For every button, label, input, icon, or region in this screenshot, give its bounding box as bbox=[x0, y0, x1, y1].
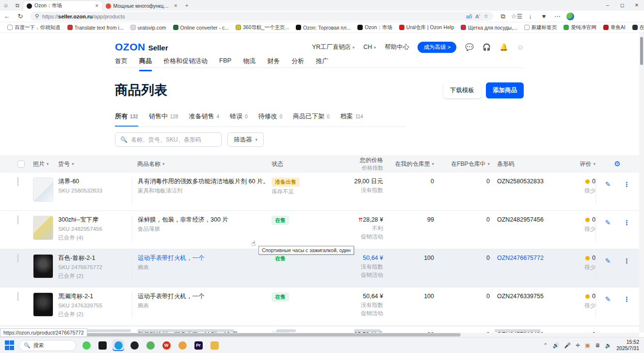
nav-item-推广[interactable]: 推广 bbox=[316, 57, 328, 71]
col-fbp-warehouse[interactable]: 在FBP仓库中▾ bbox=[434, 160, 490, 168]
nav-item-分析[interactable]: 分析 bbox=[291, 57, 304, 71]
taskbar-app-premiere[interactable]: Pr bbox=[193, 339, 204, 351]
bookmark-item[interactable]: Ural仓库 | Ozon Help bbox=[396, 24, 457, 31]
taskbar-clock[interactable]: 15:52 2025/7/31 bbox=[616, 339, 639, 352]
help-center-link[interactable]: 帮助中心 bbox=[385, 43, 409, 51]
browser-tab[interactable]: Ozon：市场✕ bbox=[23, 1, 102, 11]
table-settings-gear-icon[interactable]: ⚙ bbox=[596, 160, 639, 168]
add-product-button[interactable]: 添加商品 bbox=[486, 82, 524, 98]
table-row[interactable]: 清界-60SKU 2580532833 具有消毒作用的强效多功能清洁地板片剂 6… bbox=[0, 173, 639, 211]
tray-chevron-icon[interactable]: ⌃ bbox=[543, 342, 547, 349]
tab-close-icon[interactable]: ✕ bbox=[95, 3, 99, 8]
edit-icon[interactable]: ✎ bbox=[605, 180, 611, 204]
taskbar-app-app-dark[interactable] bbox=[129, 339, 140, 351]
back-icon[interactable]: ← bbox=[0, 13, 14, 20]
row-menu-icon[interactable]: ⋮ bbox=[623, 219, 630, 242]
filter-tab[interactable]: 商品已下架0 bbox=[293, 112, 330, 127]
account-icon[interactable]: ☺ bbox=[517, 43, 524, 51]
edit-icon[interactable]: ✎ bbox=[605, 295, 611, 319]
download-template-button[interactable]: 下载模板 bbox=[443, 82, 481, 98]
filter-tab[interactable]: 待修改0 bbox=[258, 112, 283, 127]
bell-icon[interactable]: 🔔 bbox=[499, 43, 508, 51]
product-thumbnail[interactable] bbox=[33, 216, 53, 240]
favorite-star-icon[interactable]: ☆ bbox=[483, 13, 488, 19]
store-selector[interactable]: YR工厂直销店 ▾ bbox=[312, 43, 354, 51]
start-button[interactable] bbox=[5, 340, 15, 350]
address-bar[interactable]: ⚲ https://seller.ozon.ru/app/products aб… bbox=[30, 12, 493, 21]
product-thumbnail[interactable] bbox=[33, 254, 53, 278]
filter-tab[interactable]: 准备销售4 bbox=[189, 112, 219, 127]
product-name-cell[interactable]: 运动手表带打火机，一个腕表 bbox=[132, 254, 272, 280]
edit-icon[interactable]: ✎ bbox=[605, 219, 611, 242]
nav-item-价格和促销活动[interactable]: 价格和促销活动 bbox=[163, 57, 208, 71]
browser-avatar[interactable] bbox=[566, 13, 574, 20]
filter-tab[interactable]: 错误0 bbox=[230, 112, 248, 127]
col-my-warehouse[interactable]: 在我的仓库里▾ bbox=[383, 160, 434, 168]
filter-tab[interactable]: 所有132 bbox=[115, 112, 138, 127]
bookmark-item[interactable]: 百度一下，你就知道 bbox=[4, 24, 64, 31]
bookmark-item[interactable]: Online converter - c... bbox=[170, 25, 232, 31]
tab-close-icon[interactable]: ✕ bbox=[174, 3, 178, 8]
new-tab-button[interactable]: + bbox=[181, 2, 193, 8]
search-input[interactable]: 🔍 名称、货号、SKU、条形码 bbox=[115, 132, 222, 147]
read-aloud-icon[interactable]: Aʻ bbox=[475, 14, 480, 19]
split-screen-icon[interactable]: ⧉ bbox=[497, 13, 509, 20]
input-method-icon[interactable]: ✛ bbox=[576, 342, 580, 349]
browser-tab[interactable]: Мощные многофункциональнь✕ bbox=[102, 1, 181, 11]
nav-item-物流[interactable]: 物流 bbox=[243, 57, 256, 71]
close-button[interactable]: ✕ bbox=[629, 0, 644, 11]
product-name-cell[interactable]: 具有消毒作用的强效多功能清洁地板片剂 60 片。家具和地板清洁剂 bbox=[132, 177, 272, 204]
filter-tab[interactable]: 档案114 bbox=[340, 112, 363, 127]
nav-item-财务[interactable]: 财务 bbox=[267, 57, 280, 71]
product-thumbnail[interactable] bbox=[33, 292, 53, 317]
taskbar-app-wechat[interactable] bbox=[80, 339, 92, 351]
volume-icon[interactable]: 🔊 bbox=[552, 342, 559, 349]
sogou-icon[interactable]: ▣ bbox=[585, 342, 590, 349]
col-photo[interactable]: 照片▾ bbox=[33, 160, 58, 168]
row-checkbox[interactable] bbox=[17, 254, 18, 263]
bookmark-item[interactable]: uralsvip.com bbox=[127, 25, 170, 31]
microphone-icon[interactable]: 🎤 bbox=[564, 342, 571, 349]
nav-item-FBP[interactable]: FBP bbox=[219, 57, 231, 71]
ozon-logo[interactable]: OZONSeller bbox=[115, 41, 168, 53]
row-checkbox[interactable] bbox=[17, 177, 18, 186]
bookmark-item[interactable]: 在线转换器 - 免费... bbox=[629, 24, 644, 31]
vertical-scrollbar[interactable] bbox=[639, 33, 644, 333]
row-menu-icon[interactable]: ⋮ bbox=[623, 257, 630, 280]
profile-icon[interactable]: ☺ bbox=[0, 2, 12, 8]
taskbar-app-browser360[interactable] bbox=[177, 339, 188, 351]
row-menu-icon[interactable]: ⋮ bbox=[623, 295, 630, 319]
table-row[interactable]: 300zhi--宝下摩SKU 2482957456已合并 (4) 保鲜膜，包装，… bbox=[0, 211, 639, 249]
col-article[interactable]: 货号▾ bbox=[58, 160, 132, 168]
filter-tab[interactable]: 销售中128 bbox=[149, 112, 178, 127]
premium-button[interactable]: 成为高级 > bbox=[418, 42, 456, 53]
nav-item-首页[interactable]: 首页 bbox=[115, 57, 128, 71]
refresh-icon[interactable]: ↻ bbox=[14, 13, 27, 20]
display-icon[interactable]: 🖥 bbox=[595, 342, 600, 348]
minimize-button[interactable]: – bbox=[600, 0, 615, 11]
col-rating[interactable]: 评价▾ bbox=[548, 160, 596, 168]
taskbar-search[interactable]: 🔍 搜索 bbox=[19, 340, 76, 351]
product-thumbnail[interactable] bbox=[33, 177, 53, 202]
more-menu-icon[interactable]: ⋯ bbox=[551, 13, 564, 20]
product-name-cell[interactable]: 运动手表带打火机，一个腕表 bbox=[132, 292, 272, 319]
maximize-button[interactable]: ◻ bbox=[615, 0, 629, 11]
horizontal-scrollbar[interactable] bbox=[0, 333, 639, 337]
col-name[interactable]: 商品名称▾ bbox=[132, 160, 272, 168]
bookmark-item[interactable]: 爱纯净官网 bbox=[560, 24, 600, 31]
translate-icon[interactable]: aб bbox=[466, 14, 472, 19]
taskbar-app-qq[interactable] bbox=[97, 339, 108, 351]
workspaces-icon[interactable]: ⧉ bbox=[12, 2, 23, 9]
bookmark-item[interactable]: Ozon: Торговая пл... bbox=[292, 25, 354, 31]
product-name-cell[interactable]: 保鲜膜，包装，非常经济，300 片食品薄膜 bbox=[132, 216, 272, 242]
bookmark-item[interactable]: 章鱼AI bbox=[600, 24, 629, 31]
bookmark-item[interactable]: 新建标签页 bbox=[521, 24, 561, 31]
table-row[interactable]: 黑濑湾标-2-1SKU 2476339755已合并 (2) 运动手表带打火机，一… bbox=[0, 288, 639, 326]
favorites-bar-icon[interactable]: ☆☰ bbox=[511, 13, 523, 20]
speaker-icon[interactable]: 🔉 bbox=[605, 342, 612, 349]
language-selector[interactable]: CH ▾ bbox=[363, 44, 376, 50]
select-all-checkbox[interactable] bbox=[17, 160, 25, 168]
downloads-icon[interactable]: ↓ bbox=[524, 13, 536, 20]
bookmark-item[interactable]: 360导航_一个主页... bbox=[232, 24, 292, 31]
bookmark-item[interactable]: Щетка для посуды,... bbox=[457, 25, 521, 31]
